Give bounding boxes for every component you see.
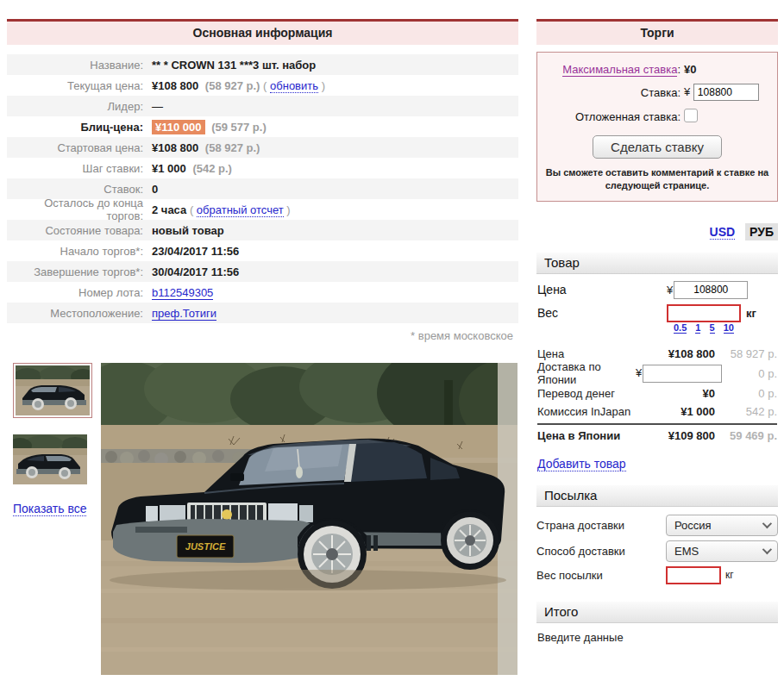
location-link[interactable]: преф.Тотиги — [152, 307, 216, 321]
weight-unit: кг — [746, 307, 756, 320]
parcel-weight-unit: кг — [725, 569, 734, 581]
thumbnail-2[interactable] — [13, 434, 87, 484]
bid-step-rub: (542 р.) — [192, 162, 232, 175]
main-info-panel: Основная информация Название: ** * CROWN… — [7, 19, 518, 675]
end-date: 30/04/2017 11:56 — [152, 265, 239, 278]
moscow-time-note: * время московское — [7, 329, 518, 342]
info-row-start-date: Начало торгов*: 23/04/2017 11:56 — [7, 240, 518, 261]
country-label: Страна доставки — [536, 519, 666, 532]
bidding-panel: Торги Максимальная ставка: ¥0 Ставка: ¥ … — [536, 19, 778, 644]
info-label: Название: — [7, 59, 152, 72]
parcel-weight-input[interactable] — [666, 566, 721, 584]
max-bid-link[interactable]: Максимальная ставка — [562, 63, 677, 77]
thumbnail-list: Показать все — [7, 363, 101, 675]
product-price-label: Цена — [537, 283, 667, 297]
lot-number-link[interactable]: b112549305 — [152, 286, 213, 300]
bid-note: Вы сможете оставить комментарий к ставке… — [544, 166, 770, 192]
total-yen: ¥109 800 — [636, 429, 715, 442]
tab-usd[interactable]: USD — [710, 225, 736, 240]
info-row-time-left: Осталось до конца торгов: 2 часа ( обрат… — [7, 199, 518, 220]
yen-sign: ¥ — [636, 366, 642, 379]
breakdown-label: Комиссия InJapan — [537, 405, 636, 418]
start-date: 23/04/2017 11:56 — [152, 245, 239, 258]
total-section-header: Итого — [536, 602, 778, 623]
paren: ( — [190, 203, 197, 216]
info-row-bid-step: Шаг ставки: ¥1 000 (542 р.) — [7, 158, 518, 178]
weight-preset-5[interactable]: 5 — [710, 322, 715, 334]
breakdown-rub: 58 927 р. — [715, 347, 777, 360]
start-price-rub: (58 927 р.) — [205, 141, 260, 154]
breakdown-rub: 0 р. — [715, 367, 777, 380]
shipping-method-value: EMS — [674, 545, 762, 558]
bid-label: Ставка: — [544, 86, 684, 99]
info-row-location: Местоположение: преф.Тотиги — [7, 303, 518, 323]
shipping-method-select[interactable]: EMS — [666, 540, 778, 562]
info-row-leader: Лидер: — — [7, 96, 518, 116]
bid-count: 0 — [152, 183, 158, 196]
bidding-header: Торги — [536, 19, 778, 45]
info-label: Осталось до конца торгов: — [7, 197, 152, 222]
tab-rub[interactable]: РУБ — [745, 223, 778, 240]
photo-gallery: Показать все — [7, 363, 518, 675]
breakdown-row-money-transfer: Перевод денег ¥0 0 р. — [537, 384, 777, 403]
info-label: Ставок: — [7, 183, 152, 196]
chevron-down-icon — [762, 545, 772, 554]
parcel-weight-label: Вес посылки — [536, 569, 666, 582]
blitz-price-yen: ¥110 000 — [152, 120, 205, 134]
info-row-lot-number: Номер лота: b112549305 — [7, 282, 518, 303]
time-left: 2 часа — [152, 203, 186, 216]
info-label: Блиц-цена: — [7, 121, 152, 134]
product-price-input[interactable] — [674, 281, 748, 299]
breakdown-rub: 0 р. — [715, 387, 777, 400]
price-breakdown: Цена ¥108 800 58 927 р. Доставка по Япон… — [537, 345, 777, 444]
countdown-link[interactable]: обратный отсчет — [197, 203, 284, 217]
leader-value: — — [152, 100, 163, 113]
deferred-bid-label: Отложенная ставка: — [544, 110, 684, 123]
country-select-value: Россия — [674, 519, 762, 532]
info-row-end-date: Завершение торгов*: 30/04/2017 11:56 — [7, 261, 518, 282]
info-label: Шаг ставки: — [7, 162, 152, 175]
bid-amount-input[interactable] — [693, 84, 759, 101]
total-rub: 59 469 р. — [715, 429, 777, 442]
weight-preset-0.5[interactable]: 0.5 — [674, 322, 687, 334]
total-label: Цена в Японии — [537, 429, 636, 442]
weight-preset-1[interactable]: 1 — [695, 322, 700, 334]
breakdown-label: Цена — [537, 347, 636, 360]
thumbnail-1[interactable] — [13, 363, 92, 418]
info-row-start-price: Стартовая цена: ¥108 800 (58 927 р.) — [7, 137, 518, 158]
country-select[interactable]: Россия — [666, 515, 778, 536]
blitz-price-rub: (59 577 р.) — [211, 121, 267, 134]
paren: ) — [318, 79, 325, 92]
breakdown-row-japan-shipping: Доставка по Японии ¥ 0 р. — [537, 363, 777, 384]
product-section-header: Товар — [536, 253, 778, 274]
main-info-header: Основная информация — [7, 19, 518, 45]
product-section: Цена ¥ Вес кг 0.5 1 5 10 Цена ¥108 800 5… — [536, 274, 778, 471]
bid-step-yen: ¥1 000 — [152, 162, 186, 175]
deferred-bid-checkbox[interactable] — [684, 109, 698, 122]
show-all-photos-link[interactable]: Показать все — [13, 502, 86, 516]
weight-preset-10[interactable]: 10 — [724, 322, 734, 334]
parcel-section-header: Посылка — [536, 485, 778, 507]
breakdown-label: Перевод денег — [537, 387, 636, 400]
paren: ( — [263, 79, 270, 92]
breakdown-rub: 542 р. — [715, 405, 777, 418]
info-label: Состояние товара: — [7, 224, 152, 237]
refresh-link[interactable]: обновить — [270, 79, 318, 93]
lot-title: ** * CROWN 131 ***3 шт. набор — [152, 59, 316, 72]
main-info-table: Название: ** * CROWN 131 ***3 шт. набор … — [7, 54, 518, 323]
product-weight-input[interactable] — [667, 304, 741, 322]
info-label: Стартовая цена: — [7, 141, 152, 154]
info-row-title: Название: ** * CROWN 131 ***3 шт. набор — [7, 54, 518, 75]
bid-box: Максимальная ставка: ¥0 Ставка: ¥ Отложе… — [536, 52, 778, 202]
place-bid-button[interactable]: Сделать ставку — [593, 135, 722, 159]
chevron-down-icon — [762, 519, 772, 528]
colon: : — [677, 63, 681, 76]
parcel-section: Страна доставки Россия Способ доставки E… — [536, 507, 778, 584]
main-photo[interactable]: JUSTICE — [101, 363, 517, 675]
japan-shipping-input[interactable] — [643, 365, 722, 383]
info-row-condition: Состояние товара: новый товар — [7, 220, 518, 240]
max-bid-value: ¥0 — [684, 63, 770, 76]
license-plate-text: JUSTICE — [185, 541, 226, 552]
auction-page: Основная информация Название: ** * CROWN… — [0, 0, 784, 693]
add-product-link[interactable]: Добавить товар — [537, 457, 626, 471]
